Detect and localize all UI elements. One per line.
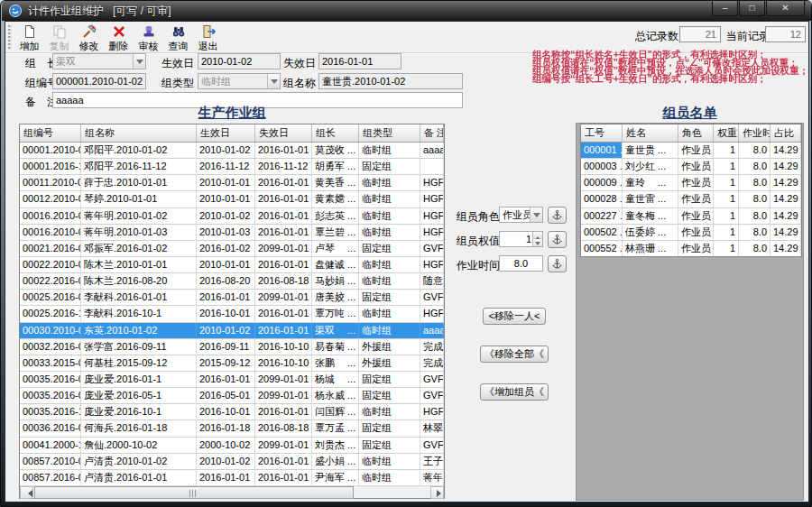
table-cell[interactable]: 2016-01-01 [255, 470, 312, 485]
table-cell[interactable]: 庞业爱.2016-01-1 [81, 372, 197, 387]
table-cell[interactable]: 刘贵杰 ... [312, 438, 359, 453]
table-cell[interactable]: 固定组 [359, 420, 420, 436]
table-cell[interactable]: 李献科.2016-01-01 [81, 290, 197, 305]
table-cell[interactable]: 2016-01-01 [197, 290, 255, 305]
group-no-field[interactable]: 000001.2010-01-02 [52, 73, 146, 89]
effective-date-field[interactable]: 2010-01-02 [198, 53, 281, 69]
column-header[interactable]: 组编号 [20, 124, 81, 142]
table-cell[interactable]: 临时组 [359, 404, 420, 419]
table-cell[interactable]: 莫茂收 ... [312, 143, 359, 158]
table-cell[interactable]: 盘健诚 ... [312, 257, 359, 272]
table-cell[interactable]: 固定组 [359, 290, 420, 305]
table-cell[interactable]: 作业员 [678, 143, 714, 158]
table-cell[interactable]: 马妙娟 ... [312, 273, 359, 289]
horizontal-scrollbar[interactable] [20, 485, 444, 498]
remove-all-button[interactable]: 《移除全部《 [480, 346, 549, 363]
table-cell[interactable]: GVFDGF [420, 438, 444, 453]
table-cell[interactable]: 00030.2010-0... [20, 323, 81, 338]
table-cell[interactable]: 完成工 [420, 339, 444, 355]
member-weight-spinner[interactable]: 1 [499, 231, 543, 247]
table-cell[interactable]: 固定组 [359, 438, 420, 453]
column-header[interactable]: 备 注 [420, 124, 444, 142]
table-cell[interactable]: 2016-10-01 [197, 306, 255, 321]
table-row[interactable]: 00033.2015-0...何基桂.2015-09-122015-09-122… [20, 355, 444, 372]
table-row[interactable]: 00016.2010-0...蒋年明.2010-01-022010-01-022… [20, 208, 444, 225]
table-cell[interactable]: 2016-05-01 [197, 388, 255, 403]
table-cell[interactable]: 何基桂.2015-09-12 [81, 355, 197, 371]
table-cell[interactable]: GVFDGF [420, 290, 444, 305]
table-row[interactable]: 000552 ...林燕珊 ...作业员18.014.29 [581, 241, 801, 257]
table-cell[interactable]: 1 [714, 208, 739, 224]
table-cell[interactable]: 1 [714, 159, 739, 174]
table-cell[interactable]: 14.29 [770, 159, 801, 174]
table-cell[interactable]: 2010-01-01 [197, 191, 255, 207]
table-cell[interactable]: 随意 [420, 273, 444, 289]
table-cell[interactable]: 固定组 [359, 241, 420, 256]
table-cell[interactable]: 临时组 [359, 323, 420, 338]
table-cell[interactable]: 14.29 [770, 208, 801, 224]
remove-one-button[interactable]: <移除一人< [483, 308, 546, 325]
table-cell[interactable]: 庞业爱.2016-10-1 [81, 404, 197, 419]
table-cell[interactable]: 黄美香 ... [312, 175, 359, 190]
expire-date-field[interactable]: 2016-01-01 [318, 53, 401, 69]
table-cell[interactable]: 作业员 [678, 191, 714, 207]
table-row[interactable]: 00857.2016-0...卢清贵.2016-01-012016-01-012… [20, 470, 444, 486]
table-cell[interactable]: 伍委婷 ... [623, 225, 678, 240]
table-row[interactable]: 00041.2000-1...詹仙.2000-10-022000-10-0220… [20, 438, 444, 454]
column-header[interactable]: 组长 [312, 124, 359, 142]
table-cell[interactable]: 00033.2015-0... [20, 355, 81, 371]
table-cell[interactable]: 2016-10-10 [255, 355, 312, 371]
table-cell[interactable]: 2016-11-12 [197, 159, 255, 174]
table-cell[interactable]: 临时组 [359, 470, 420, 485]
table-cell[interactable]: 8.0 [739, 175, 770, 190]
table-row[interactable]: 00001.2016-1...邓阳平.2016-11-122016-11-122… [20, 159, 444, 175]
table-cell[interactable]: aaaaa [420, 323, 444, 338]
production-groups-table[interactable]: 组编号组名称生效日失效日组长组类型备 注00001.2010-0...邓阳平.2… [19, 124, 445, 499]
table-cell[interactable]: 000003 ... [581, 159, 623, 174]
table-row[interactable]: 00857.2010-0...卢清贵.2010-01-022010-01-022… [20, 454, 444, 470]
table-row[interactable]: 00016.2010-0...蒋年明.2010-01-032010-01-032… [20, 225, 444, 241]
table-row[interactable]: 00035.2016-05-1庞业爱.2016-05-12016-05-0120… [20, 388, 444, 404]
scrollbar-thumb[interactable] [34, 486, 354, 499]
table-cell[interactable]: 14.29 [770, 175, 801, 190]
table-cell[interactable]: 00035.2016-05-1 [20, 388, 81, 403]
column-header[interactable]: 权重 [714, 124, 739, 142]
table-cell[interactable]: 2016-01-18 [197, 420, 255, 436]
table-cell[interactable]: 固定组 [359, 159, 420, 174]
table-row[interactable]: 000028 ...童世雷 ...作业员18.014.29 [581, 191, 801, 207]
table-cell[interactable] [420, 159, 444, 174]
table-cell[interactable]: 00041.2000-1... [20, 438, 81, 453]
table-cell[interactable]: 林翠叶 [420, 420, 444, 436]
table-cell[interactable]: 黄素嫦 ... [312, 191, 359, 207]
table-cell[interactable]: 2010-01-03 [197, 225, 255, 240]
table-cell[interactable]: 00001.2016-1... [20, 159, 81, 174]
title-bar[interactable]: 计件作业组维护 [可写 / 可审] – □ ✕ [2, 1, 812, 21]
table-cell[interactable]: 8.0 [739, 208, 770, 224]
table-cell[interactable]: 作业员 [678, 225, 714, 240]
table-cell[interactable]: 覃万吨 ... [312, 306, 359, 321]
apply-weight-button[interactable] [548, 231, 567, 248]
table-cell[interactable]: 2016-01-01 [255, 257, 312, 272]
table-cell[interactable]: 00021.2016-0... [20, 241, 81, 256]
spinner-up-icon[interactable] [532, 232, 542, 239]
table-cell[interactable]: 000227 ... [581, 208, 623, 224]
toolbar-button-exit-door[interactable]: 退出 [193, 23, 223, 51]
table-row[interactable]: 00032.2016-0...张学富.2016-09-112016-09-112… [20, 339, 444, 355]
table-cell[interactable]: 作业员 [678, 175, 714, 190]
maximize-button[interactable]: □ [739, 1, 765, 16]
work-time-field[interactable]: 8.0 [499, 255, 543, 272]
table-row[interactable]: 000227 ...童冬梅 ...作业员18.014.29 [581, 208, 801, 225]
add-members-button[interactable]: 《增加组员《 [480, 383, 549, 401]
table-cell[interactable]: 2016-01-01 [255, 404, 312, 419]
table-cell[interactable]: 14.29 [770, 225, 801, 240]
table-cell[interactable]: 2016-10-01 [197, 404, 255, 419]
table-cell[interactable]: 蒋年明 [420, 470, 444, 485]
table-cell[interactable]: 00857.2016-0... [20, 470, 81, 485]
table-cell[interactable]: 刘少红 ... [623, 159, 678, 174]
table-cell[interactable]: HGFHFG [420, 225, 444, 240]
table-cell[interactable]: 彭志英 ... [312, 208, 359, 224]
table-cell[interactable]: 2016-08-18 [255, 420, 312, 436]
table-cell[interactable]: 临时组 [359, 225, 420, 240]
table-cell[interactable]: 2016-01-01 [255, 208, 312, 224]
table-cell[interactable]: 童冬梅 ... [623, 208, 678, 224]
